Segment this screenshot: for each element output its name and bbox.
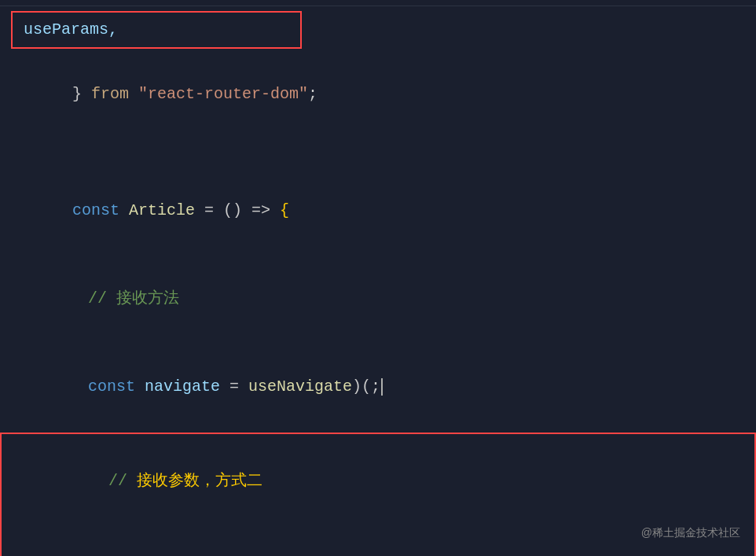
code-use-navigate-fn: useNavigate [248, 377, 352, 396]
code-comment-params-start: // [108, 472, 137, 490]
line-blank-1 [0, 138, 756, 153]
scrollbar-top[interactable] [0, 0, 756, 6]
code-nav-equals: = [220, 377, 248, 396]
line-const-article: const Article = () => { [0, 167, 756, 255]
code-brace-close: } [72, 85, 91, 103]
code-from-kw: from [91, 85, 138, 103]
code-const-kw: const [72, 201, 129, 219]
code-comment-chinese-1: 接收方法 [116, 289, 179, 307]
watermark-text: @稀土掘金技术社区 [641, 526, 740, 539]
line-from-import: } from "react-router-dom"; [0, 50, 756, 138]
code-use-params-text: useParams, [24, 20, 118, 39]
watermark: @稀土掘金技术社区 [641, 526, 740, 540]
line-use-params: useParams, [0, 6, 756, 50]
code-open-brace: { [280, 201, 289, 219]
code-const-nav: const [88, 377, 145, 396]
code-nav-semi: ; [371, 377, 380, 396]
code-nav-parens: )( [352, 377, 371, 396]
cursor-caret [381, 378, 383, 396]
code-comment-params-chinese: 接收参数，方式二 [137, 472, 262, 490]
code-semicolon1: ; [308, 85, 317, 103]
line-navigate: const navigate = useNavigate)(; [0, 343, 756, 431]
code-navigate-var: navigate [145, 377, 220, 396]
line-comment-params: // 接收参数，方式二 [2, 437, 754, 525]
code-equals: = () => [195, 201, 280, 219]
code-comment-method: // [88, 289, 116, 307]
code-editor: useParams, } from "react-router-dom"; co… [0, 0, 756, 556]
line-blank-2 [0, 153, 756, 167]
code-import-string: "react-router-dom" [138, 85, 308, 103]
code-article-name: Article [129, 201, 195, 219]
line-comment-method: // 接收方法 [0, 255, 756, 343]
